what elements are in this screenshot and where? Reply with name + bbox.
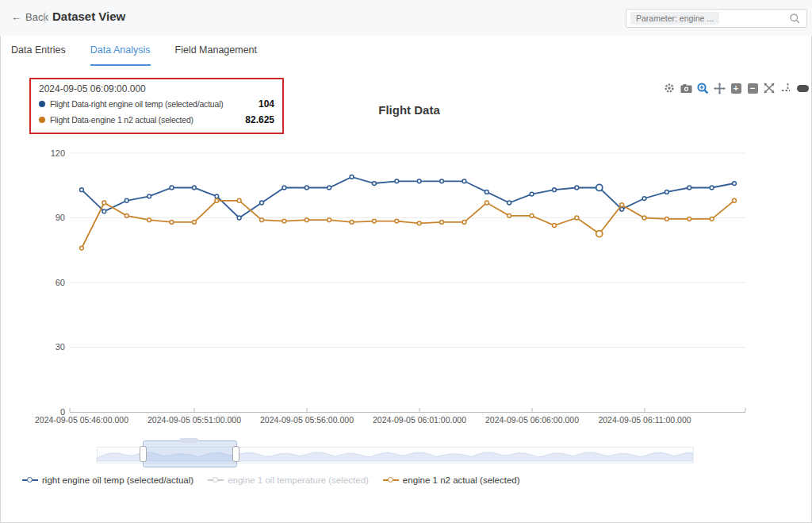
range-slider-window[interactable] [143,440,237,467]
camera-icon[interactable] [680,82,692,94]
tooltip-series-value: 104 [259,98,274,110]
y-tick-label: 30 [33,342,65,352]
zoom-search-icon[interactable] [696,82,709,94]
chart-legend: right engine oil temp (selected/actual) … [22,475,520,485]
header-divider: | [44,10,47,23]
dataset-view-page: { "header": { "back_label": "Back", "div… [0,0,812,523]
y-tick-label: 120 [33,148,65,158]
range-slider-right-handle[interactable] [232,446,239,462]
tab-field-management[interactable]: Field Management [175,44,258,66]
x-tick-label: 2024-09-05 06:06:00.000 [469,415,596,425]
spikelines-icon[interactable] [779,82,792,94]
legend-label: engine 1 n2 actual (selected) [403,475,520,485]
range-slider-grip[interactable] [179,438,198,443]
x-tick-label: 2024-09-05 06:11:00.000 [581,415,708,425]
legend-marker-icon [22,476,38,484]
search-icon[interactable] [789,13,801,25]
range-slider-left-handle[interactable] [140,446,147,462]
series-dot-icon [39,117,45,123]
zoom-in-icon[interactable]: + [730,82,742,94]
y-tick-label: 60 [33,278,65,287]
x-tick-label: 2024-09-05 05:46:00.000 [18,415,145,425]
autoscale-icon[interactable] [763,82,776,94]
legend-marker-icon [383,476,399,484]
tooltip-series-value: 82.625 [245,114,274,125]
closest-hover-icon[interactable] [796,82,809,94]
legend-label: engine 1 oil temperature (selected) [228,475,369,485]
tooltip-series-label: Flight Data-engine 1 n2 actual (selected… [50,115,193,125]
pan-icon[interactable] [713,82,726,94]
tab-data-analysis[interactable]: Data Analysis [90,44,151,66]
y-tick-label: 90 [33,213,65,222]
x-tick-label: 2024-09-05 05:51:00.000 [131,415,258,425]
x-tick-label: 2024-09-05 06:01:00.000 [356,415,483,425]
back-arrow-icon: ← [11,11,21,23]
chart-toolbar: + − [663,79,812,98]
tooltip-series-label: Flight Data-right engine oil temp (selec… [50,99,224,109]
tooltip-timestamp: 2024-09-05 06:09:00.000 [39,83,274,96]
parameter-search-input[interactable]: Parameter: engine ... [626,9,807,28]
legend-marker-icon [208,476,224,484]
series-dot-icon [39,101,45,107]
settings-icon[interactable] [663,82,676,94]
page-title: Dataset View [52,10,125,23]
legend-item-engine-1-n2-actual[interactable]: engine 1 n2 actual (selected) [383,475,520,485]
legend-item-right-engine-oil-temp[interactable]: right engine oil temp (selected/actual) [22,475,193,485]
legend-item-engine-1-oil-temperature[interactable]: engine 1 oil temperature (selected) [208,475,369,485]
tab-bar: Data Entries Data Analysis Field Managem… [11,44,257,66]
hover-tooltip: 2024-09-05 06:09:00.000 Flight Data-righ… [29,78,284,134]
legend-label: right engine oil temp (selected/actual) [42,475,193,485]
tooltip-row: Flight Data-engine 1 n2 actual (selected… [39,112,274,128]
zoom-out-icon[interactable]: − [746,82,759,94]
search-filter-chip[interactable]: Parameter: engine ... [630,12,719,25]
tooltip-row: Flight Data-right engine oil temp (selec… [39,96,274,112]
page-header: ← Back | Dataset View Parameter: engine … [0,0,812,36]
back-button[interactable]: ← Back [11,11,48,23]
tab-data-entries[interactable]: Data Entries [11,44,66,66]
chart-title: Flight Data [330,103,488,117]
x-tick-label: 2024-09-05 05:56:00.000 [243,415,370,425]
